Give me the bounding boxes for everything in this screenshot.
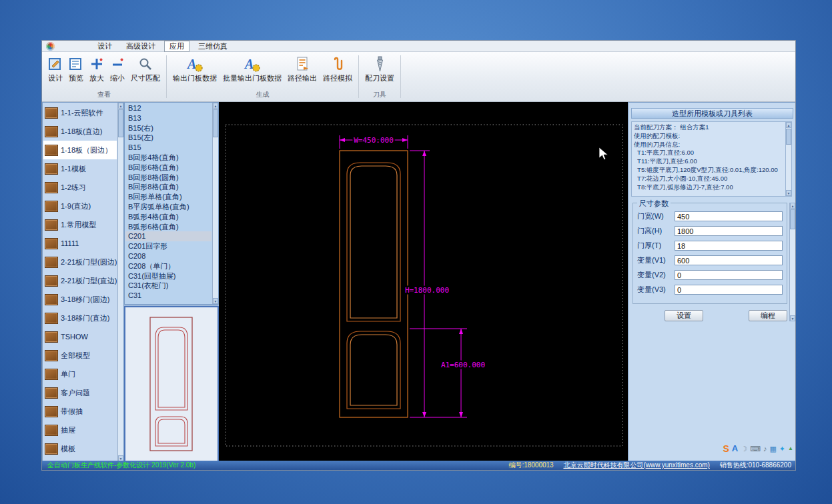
category-item[interactable]: 模板 — [43, 439, 117, 458]
model-list-item[interactable]: C31(衣柜门) — [125, 281, 212, 291]
toolbox-icon[interactable]: ✦ — [779, 444, 785, 453]
scroll-down-icon[interactable]: ▼ — [790, 315, 795, 321]
category-item[interactable]: 全部模型 — [43, 346, 117, 365]
category-item[interactable]: 带假抽 — [43, 402, 117, 421]
tab-design[interactable]: 设计 — [92, 41, 117, 52]
model-list-item[interactable]: C201 — [125, 231, 212, 241]
model-list-item[interactable]: B回形8格(直角) — [125, 182, 212, 192]
scrollbar-track[interactable] — [786, 128, 791, 190]
scrollbar-thumb[interactable] — [118, 109, 123, 137]
program-button[interactable]: 编程 — [749, 310, 787, 321]
param-input[interactable] — [675, 270, 783, 280]
model-list-item[interactable]: B12 — [125, 103, 212, 113]
scroll-up-icon[interactable]: ▲ — [790, 203, 795, 209]
model-list-item[interactable]: B回形8格(圆角) — [125, 173, 212, 183]
category-item[interactable]: 2-21板门型(直边) — [43, 271, 117, 290]
model-list-item[interactable]: B13 — [125, 113, 212, 123]
category-item[interactable]: 1.常用模型 — [43, 215, 117, 234]
category-item[interactable]: 单门 — [43, 365, 117, 383]
model-list-item[interactable]: B弧形6格(直角) — [125, 222, 212, 232]
category-item[interactable]: 2-21板门型(圆边) — [43, 253, 117, 271]
model-list-item[interactable]: B15(右) — [125, 123, 212, 133]
model-list-item[interactable]: B回形4格(直角) — [125, 153, 212, 163]
model-list-item[interactable]: C31 — [125, 291, 212, 301]
model-list-scrollbar[interactable]: ▲ ▼ — [212, 103, 218, 304]
sogou-icon[interactable]: S — [723, 444, 729, 453]
settings-button[interactable]: 设置 — [665, 310, 703, 321]
path-simulate-label: 路径模拟 — [323, 73, 352, 83]
category-item[interactable]: 客户问题 — [43, 383, 117, 402]
scrollbar-thumb[interactable] — [213, 109, 218, 137]
param-input[interactable] — [675, 241, 783, 251]
zoom-in-button[interactable]: 放大 — [87, 54, 107, 83]
category-item[interactable]: 3-18移门(直边) — [43, 309, 117, 327]
scrollbar-track[interactable] — [213, 109, 218, 298]
model-list: B12B13B15(右)B15(左)B15B回形4格(直角)B回形6格(直角)B… — [125, 103, 212, 303]
tab-application[interactable]: 应用 — [164, 41, 189, 52]
model-list-item[interactable]: B平房弧单格(直角) — [125, 202, 212, 212]
category-item[interactable]: TSHOW — [43, 327, 117, 346]
param-row: 门高(H) — [637, 226, 783, 236]
tool-config-button[interactable]: 配刀设置 — [362, 54, 397, 83]
category-item[interactable]: 1-1模板 — [43, 159, 117, 178]
path-output-button[interactable]: 路径输出 — [285, 54, 320, 83]
scrollbar-thumb[interactable] — [790, 209, 795, 229]
category-item[interactable]: 抽屉 — [43, 421, 117, 439]
param-input[interactable] — [675, 211, 783, 221]
scroll-up-icon[interactable]: ▲ — [118, 103, 123, 109]
category-item[interactable]: 3-18移门(圆边) — [43, 290, 117, 309]
sidebar-scrollbar[interactable]: ▲ ▼ — [117, 103, 123, 461]
param-input[interactable] — [675, 255, 783, 265]
scrollbar-track[interactable] — [790, 209, 795, 315]
tool-info-scrollbar[interactable]: ▲ ▼ — [785, 122, 791, 196]
model-preview-panel[interactable] — [124, 306, 219, 462]
param-input[interactable] — [675, 226, 783, 236]
category-item[interactable]: 1-18板(直边) — [43, 122, 117, 141]
panel-scrollbar-wrap: ▲ ▼ — [789, 203, 795, 321]
size-match-button[interactable]: 尺寸匹配 — [128, 54, 163, 83]
model-list-item[interactable]: C208 — [125, 251, 212, 261]
app-logo-icon[interactable] — [46, 42, 55, 51]
input-mode-icon[interactable]: A — [732, 444, 738, 453]
panel-scrollbar[interactable]: ▲ ▼ — [789, 203, 795, 321]
model-list-item[interactable]: B回形单格(直角) — [125, 192, 212, 202]
preview-button[interactable]: 预览 — [66, 54, 86, 83]
tab-3d-simulation[interactable]: 三维仿真 — [193, 41, 233, 52]
model-list-item[interactable]: B回形6格(直角) — [125, 163, 212, 173]
model-list-item[interactable]: B15 — [125, 143, 212, 153]
moon-icon[interactable]: ☽ — [741, 444, 747, 453]
keyboard-icon[interactable]: ⌨ — [750, 444, 761, 453]
scroll-down-icon[interactable]: ▼ — [213, 298, 218, 304]
output-door-data-button[interactable]: A 输出门板数据 — [170, 54, 220, 83]
zoom-out-button[interactable]: 缩小 — [107, 54, 127, 83]
batch-output-door-data-button[interactable]: A 批量输出门板数据 — [220, 54, 284, 83]
model-list-item[interactable]: C31(回型抽屉) — [125, 271, 212, 281]
expand-icon[interactable]: ▲ — [788, 444, 793, 453]
cad-canvas[interactable]: W=450.000 H=1800.000 A1=600.000 — [219, 102, 628, 462]
path-simulate-button[interactable]: 路径模拟 — [320, 54, 355, 83]
model-list-item[interactable]: B15(左) — [125, 133, 212, 143]
category-item[interactable]: 1-18板（圆边） — [43, 141, 117, 159]
category-item[interactable]: 1-2练习 — [43, 178, 117, 197]
category-thumbnail — [45, 182, 58, 193]
design-button[interactable]: 设计 — [45, 54, 65, 83]
category-item[interactable]: 1-1-云熙软件 — [43, 103, 117, 122]
handwriting-icon[interactable]: ▦ — [769, 444, 776, 453]
category-item[interactable]: 11111 — [43, 234, 117, 253]
model-list-item[interactable]: C201回字形 — [125, 241, 212, 251]
scrollbar-track[interactable] — [118, 109, 123, 455]
zoom-in-icon — [89, 55, 104, 73]
scroll-up-icon[interactable]: ▲ — [213, 103, 218, 109]
size-match-button-label: 尺寸匹配 — [131, 73, 160, 83]
model-list-item[interactable]: B弧形4格(直角) — [125, 212, 212, 222]
scroll-down-icon[interactable]: ▼ — [786, 190, 791, 196]
category-item[interactable]: 1-9(直边) — [43, 197, 117, 215]
category-label: 11111 — [61, 239, 79, 247]
scrollbar-thumb[interactable] — [786, 129, 791, 145]
voice-icon[interactable]: ♪ — [763, 444, 767, 453]
param-input[interactable] — [675, 285, 783, 295]
model-list-item[interactable]: C208（单门） — [125, 261, 212, 271]
category-thumbnail — [45, 443, 58, 455]
tab-advanced-design[interactable]: 高级设计 — [121, 41, 161, 52]
scroll-up-icon[interactable]: ▲ — [786, 122, 791, 128]
